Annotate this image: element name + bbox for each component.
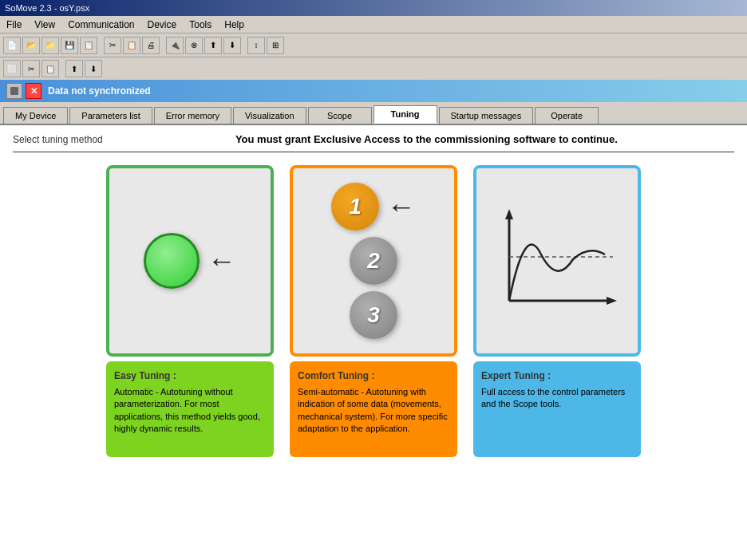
tab-startup-messages[interactable]: Startup messages xyxy=(439,107,534,124)
comfort-tuning-card[interactable]: 1 ← 2 3 xyxy=(290,165,457,357)
cards-row: ← Easy Tuning : Automatic - Autotuning w… xyxy=(13,165,734,457)
toolbar-1: 📄 📂 📁 💾 📋 ✂ 📋 🖨 🔌 ⊗ ⬆ ⬇ ↕ ⊞ xyxy=(0,34,747,57)
menu-tools[interactable]: Tools xyxy=(183,18,218,32)
tool-btn-2[interactable]: 📋 xyxy=(42,60,59,77)
tab-scope[interactable]: Scope xyxy=(308,107,372,124)
tool-btn-3[interactable]: ⬆ xyxy=(65,60,83,77)
compare-button[interactable]: ⊞ xyxy=(267,37,284,54)
menu-communication[interactable]: Communication xyxy=(61,18,140,32)
easy-desc: Easy Tuning : Automatic - Autotuning wit… xyxy=(106,361,274,457)
menu-file[interactable]: File xyxy=(0,18,28,32)
download-button[interactable]: ⬇ xyxy=(223,37,241,54)
easy-graphic: ← xyxy=(144,233,236,289)
tab-error-memory[interactable]: Error memory xyxy=(154,107,231,124)
device-icon-small xyxy=(6,83,22,99)
menu-help[interactable]: Help xyxy=(218,18,251,32)
sync-status-text: Data not synchronized xyxy=(48,85,151,97)
circle-two: 2 xyxy=(350,237,397,285)
header-message: You must grant Exclusive Access to the c… xyxy=(119,133,734,145)
sync-indicator: ✕ xyxy=(6,83,42,99)
select-label: Select tuning method xyxy=(13,134,103,145)
comfort-desc: Comfort Tuning : Semi-automatic - Autotu… xyxy=(290,361,457,457)
comfort-arrow-icon: ← xyxy=(387,192,416,221)
comfort-tuning-wrapper: 1 ← 2 3 Comfort Tuning : Semi-automatic … xyxy=(290,165,457,457)
svg-marker-3 xyxy=(505,209,513,219)
connect-button[interactable]: 🔌 xyxy=(166,37,184,54)
expert-chart-svg xyxy=(493,197,621,325)
easy-tuning-wrapper: ← Easy Tuning : Automatic - Autotuning w… xyxy=(106,165,274,457)
expert-tuning-wrapper: Expert Tuning : Full access to the contr… xyxy=(473,165,641,457)
open2-button[interactable]: 📁 xyxy=(42,37,59,54)
tab-tuning[interactable]: Tuning xyxy=(374,105,437,124)
toolbar-2: ⬜ ✂ 📋 ⬆ ⬇ xyxy=(0,57,747,80)
menu-bar: File View Communication Device Tools Hel… xyxy=(0,16,747,34)
easy-description: Automatic - Autotuning without parameter… xyxy=(114,386,266,436)
tab-my-device[interactable]: My Device xyxy=(3,107,68,124)
easy-arrow-icon: ← xyxy=(208,246,236,275)
divider xyxy=(13,152,734,152)
menu-view[interactable]: View xyxy=(28,18,61,32)
tab-parameters-list[interactable]: Parameters list xyxy=(69,107,152,124)
menu-device[interactable]: Device xyxy=(141,18,184,32)
save2-button[interactable]: 📋 xyxy=(80,37,97,54)
title-text: SoMove 2.3 - osY.psx xyxy=(5,3,89,13)
content-header: Select tuning method You must grant Excl… xyxy=(13,133,734,145)
comfort-description: Semi-automatic - Autotuning with indicat… xyxy=(298,386,449,436)
disconnect-button[interactable]: ⊗ xyxy=(185,37,203,54)
tool-btn-4[interactable]: ⬇ xyxy=(85,60,102,77)
upload-button[interactable]: ⬆ xyxy=(204,37,222,54)
svg-rect-0 xyxy=(10,87,18,95)
title-bar: SoMove 2.3 - osY.psx xyxy=(0,0,747,16)
easy-tuning-card[interactable]: ← xyxy=(106,165,274,357)
expert-tuning-card[interactable] xyxy=(473,165,641,357)
comfort-row-1: 1 ← xyxy=(331,183,416,231)
tab-operate[interactable]: Operate xyxy=(535,107,599,124)
print-button[interactable]: 🖨 xyxy=(142,37,160,54)
expert-description: Full access to the control parameters an… xyxy=(481,386,633,411)
expert-title: Expert Tuning : xyxy=(481,369,633,383)
svg-marker-4 xyxy=(607,297,617,305)
app-container: SoMove 2.3 - osY.psx File View Communica… xyxy=(0,0,747,560)
comfort-title: Comfort Tuning : xyxy=(298,369,449,383)
new-button[interactable]: 📄 xyxy=(3,37,21,54)
tab-visualization[interactable]: Visualization xyxy=(233,107,306,124)
tabs-container: My Device Parameters list Error memory V… xyxy=(0,102,747,125)
circle-three: 3 xyxy=(350,291,397,339)
tool-btn-1[interactable]: ✂ xyxy=(22,60,40,77)
main-content: Select tuning method You must grant Excl… xyxy=(0,125,747,560)
open-button[interactable]: 📂 xyxy=(22,37,40,54)
expert-desc: Expert Tuning : Full access to the contr… xyxy=(473,361,641,457)
cut-button[interactable]: ✂ xyxy=(104,37,121,54)
expert-graphic xyxy=(493,197,621,325)
transfer-button[interactable]: ↕ xyxy=(247,37,265,54)
content-area: Select tuning method You must grant Excl… xyxy=(0,125,747,560)
device-icon[interactable]: ⬜ xyxy=(3,60,21,77)
copy-button[interactable]: 📋 xyxy=(123,37,140,54)
easy-title: Easy Tuning : xyxy=(114,369,266,383)
green-circle xyxy=(144,233,200,289)
status-bar: ✕ Data not synchronized xyxy=(0,80,747,102)
error-icon: ✕ xyxy=(26,83,42,99)
circle-one: 1 xyxy=(331,183,379,231)
comfort-graphic: 1 ← 2 3 xyxy=(331,183,416,339)
save-button[interactable]: 💾 xyxy=(61,37,78,54)
device-svg xyxy=(9,85,20,97)
